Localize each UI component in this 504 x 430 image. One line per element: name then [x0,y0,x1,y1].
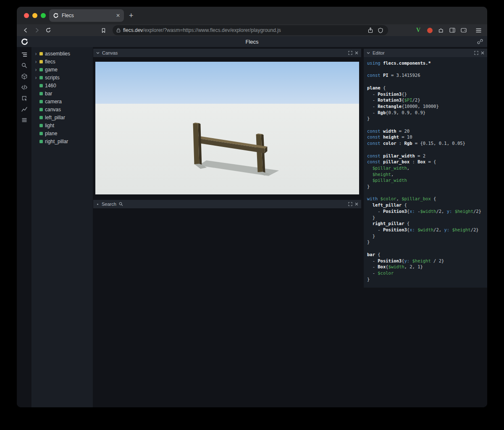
code-token: y: [404,258,410,263]
editor-code[interactable]: using flecs.components.* const PI = 3.14… [364,57,487,288]
tree-item-label: flecs [45,59,55,65]
tree-item-assemblies[interactable]: ›assemblies [32,50,93,58]
code-line: const width = 20 [367,128,484,134]
collapse-chevron-icon[interactable] [367,52,370,54]
outliner-icon[interactable] [21,51,28,58]
tab-bar: Flecs ✕ + [17,7,487,24]
code-token [367,172,373,177]
collapse-chevron-icon[interactable] [96,52,100,54]
code-token: height [383,134,399,139]
module-square-icon [39,60,43,63]
tree-item-left_pillar[interactable]: left_pillar [32,113,93,121]
entity-square-icon [39,76,43,79]
editor-close-button[interactable] [481,51,484,55]
code-token: { [404,221,410,226]
tree-item-flecs[interactable]: ›flecs [32,58,93,66]
tree-item-plane[interactable]: plane [32,129,93,137]
tree-item-right_pillar[interactable]: right_pillar [32,137,93,145]
tree-item-label: plane [45,131,57,136]
entity-square-icon [39,108,43,111]
code-token: const [367,159,383,164]
tree-item-label: game [45,67,58,73]
search-close-button[interactable] [355,202,358,206]
search-panel-bullet-icon[interactable] [97,204,98,205]
code-line: } [367,115,484,122]
expand-chevron-icon[interactable]: › [34,60,37,64]
code-line: bar { [367,252,484,258]
wallet-icon[interactable] [459,26,468,35]
lock-icon[interactable] [116,28,121,33]
code-line [367,147,484,153]
search-panel-header: Search [93,200,361,208]
browser-toolbar: flecs.dev/explorer/?wasm=https://www.fle… [17,24,487,36]
bookmark-icon[interactable] [99,26,108,35]
code-line: const PI = 3.1415926 [367,72,484,79]
v-glyph: V [416,27,420,34]
code-token: {10000, 10000} [402,104,439,109]
code-token: - [367,104,378,109]
tab-favicon-flecs-logo-icon [53,13,59,18]
code-icon[interactable] [21,84,28,91]
extension-red-circle-icon[interactable] [425,26,434,35]
code-token: Position3 [383,209,407,214]
code-token: {0.9, 0.9, 0.9} [386,110,425,115]
back-button[interactable] [21,26,30,35]
address-bar[interactable]: flecs.dev/explorer/?wasm=https://www.fle… [113,25,388,35]
browser-tab[interactable]: Flecs ✕ [49,9,124,22]
permalink-button[interactable] [477,39,483,45]
expand-chevron-icon[interactable]: › [34,76,37,80]
tree-item-scripts[interactable]: ›scripts [32,73,93,81]
code-line: const color : Rgb = {0.15, 0.1, 0.05} [367,140,484,147]
tree-item-canvas[interactable]: canvas [32,105,93,113]
expand-chevron-icon[interactable]: › [34,52,37,56]
reload-button[interactable] [44,26,53,35]
forward-button[interactable] [32,26,42,35]
close-window-button[interactable] [24,13,29,18]
canvas-3d-scene[interactable] [95,62,359,194]
search-icon[interactable] [21,62,28,69]
minimize-window-button[interactable] [32,13,37,18]
tree-item-1460[interactable]: 1460 [32,81,93,89]
entity-square-icon [39,140,43,143]
share-button[interactable] [367,26,374,34]
sidebar-toggle-icon[interactable] [448,26,457,35]
stats-icon[interactable] [21,106,28,113]
inspect-icon[interactable] [21,95,28,102]
code-token: $height [373,172,391,177]
code-token: $height [412,258,431,263]
code-token: pillar_box [383,159,410,164]
cube-icon[interactable] [21,73,28,80]
code-token: = 10 [399,134,412,139]
search-fullscreen-button[interactable] [348,202,352,206]
code-token: flecs.components.* [383,60,431,66]
zoom-window-button[interactable] [41,13,46,18]
code-token: Position3 [383,227,407,232]
entity-square-icon [39,84,43,87]
tree-item-game[interactable]: ›game [32,66,93,73]
code-token: , 2, 1} [404,264,423,269]
extensions-puzzle-icon[interactable] [436,26,446,35]
expand-chevron-icon[interactable]: › [34,68,37,72]
tree-item-bar[interactable]: bar [32,89,93,97]
menu-button[interactable] [474,26,483,35]
code-token: - [367,209,383,214]
code-line: const pillar_box : Box = { [367,159,484,165]
code-token: { [375,252,381,257]
tree-item-label: canvas [45,107,61,113]
rows-icon[interactable] [21,117,28,123]
tree-item-light[interactable]: light [32,121,93,129]
brave-shield-icon[interactable] [377,26,384,34]
code-line: left_pillar { [367,202,484,208]
editor-fullscreen-button[interactable] [474,51,478,55]
flecs-explorer-app: Flecs [17,36,487,407]
code-token: - [367,227,383,232]
entity-tree: ›assemblies›flecs›game›scripts1460barcam… [32,47,93,407]
canvas-close-button[interactable] [355,51,358,55]
tree-item-camera[interactable]: camera [32,97,93,105]
canvas-fullscreen-button[interactable] [348,51,352,55]
new-tab-button[interactable]: + [129,12,134,19]
tab-close-icon[interactable]: ✕ [116,13,120,18]
code-token: x: [410,209,415,214]
extension-v-icon[interactable]: V [414,26,423,35]
code-line: $pillar_width, [367,165,484,171]
